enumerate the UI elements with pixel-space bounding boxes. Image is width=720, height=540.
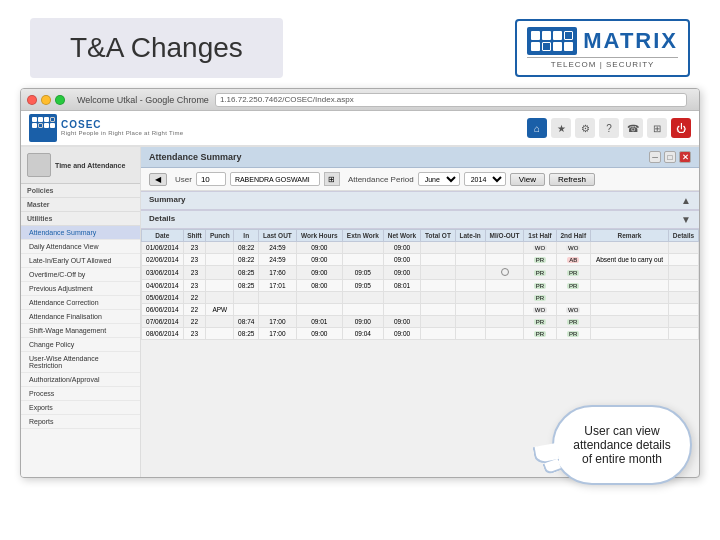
phone-icon[interactable]: ☎: [623, 118, 643, 138]
sidebar-item-attendance-summary[interactable]: Attendance Summary: [21, 226, 140, 240]
star-icon[interactable]: ★: [551, 118, 571, 138]
sidebar-item-exports[interactable]: Exports: [21, 401, 140, 415]
app-topbar: COSEC Right People in Right Place at Rig…: [21, 111, 699, 147]
title-box: T&A Changes: [30, 18, 283, 78]
panel-title: Attendance Summary: [149, 152, 242, 162]
minimize-panel-btn[interactable]: ─: [649, 151, 661, 163]
table-row[interactable]: 01/06/20142308:2224:5909:0009:00WOWO: [142, 242, 699, 254]
summary-section-header[interactable]: Summary ▲: [141, 191, 699, 210]
table-row[interactable]: 06/06/201422APWWOWO: [142, 304, 699, 316]
panel-header-buttons: ─ □ ✕: [649, 151, 691, 163]
page-title: T&A Changes: [70, 32, 243, 64]
browser-url-bar[interactable]: 1.16.72.250.7462/COSEC/Index.aspx: [215, 93, 687, 107]
col-punch: Punch: [206, 230, 234, 242]
callout-text: User can view attendance details of enti…: [568, 424, 676, 466]
year-select[interactable]: 2014: [464, 172, 506, 186]
col-totalot: Total OT: [421, 230, 456, 242]
sidebar-section-utilities: Utilities: [21, 212, 140, 226]
sidebar-item-prev-adjustment[interactable]: Previous Adjustment: [21, 282, 140, 296]
sidebar-user-text: Time and Attendance: [55, 162, 125, 169]
app-nav-icons: ⌂ ★ ⚙ ? ☎ ⊞ ⏻: [527, 118, 691, 138]
col-workhours: Work Hours: [296, 230, 342, 242]
user-name-input[interactable]: [230, 172, 320, 186]
sidebar-item-change-policy[interactable]: Change Policy: [21, 338, 140, 352]
browser-close-btn[interactable]: [27, 95, 37, 105]
browser-titlebar: Welcome Utkal - Google Chrome 1.16.72.25…: [21, 89, 699, 111]
sidebar-item-reports[interactable]: Reports: [21, 415, 140, 429]
table-row[interactable]: 02/06/20142308:2224:5909:0009:00PRABAbse…: [142, 254, 699, 266]
app-logo-icon: [29, 114, 57, 142]
sidebar-item-overtime[interactable]: Overtime/C-Off by: [21, 268, 140, 282]
details-toggle-icon[interactable]: ▼: [681, 214, 691, 225]
details-section-header[interactable]: Details ▼: [141, 210, 699, 229]
sidebar-item-process[interactable]: Process: [21, 387, 140, 401]
sidebar-item-auth-approval[interactable]: Authorization/Approval: [21, 373, 140, 387]
maximize-panel-btn[interactable]: □: [664, 151, 676, 163]
sidebar-section-policies: Policies: [21, 184, 140, 198]
table-row[interactable]: 03/06/20142308:2517:6009:0009:0509:00PRP…: [142, 266, 699, 280]
gear-icon[interactable]: ⚙: [575, 118, 595, 138]
sidebar-item-shift-wage[interactable]: Shift-Wage Management: [21, 324, 140, 338]
attendance-table: Date Shift Punch In Last OUT Work Hours …: [141, 229, 699, 340]
grid-icon[interactable]: ⊞: [647, 118, 667, 138]
col-latein: Late-In: [455, 230, 485, 242]
user-avatar: [27, 153, 51, 177]
browser-minimize-btn[interactable]: [41, 95, 51, 105]
browser-tab-title: Welcome Utkal - Google Chrome: [77, 95, 209, 105]
table-row[interactable]: 04/06/20142308:2517:0108:0009:0508:01PRP…: [142, 280, 699, 292]
sidebar-section-master: Master: [21, 198, 140, 212]
close-panel-btn[interactable]: ✕: [679, 151, 691, 163]
view-button[interactable]: View: [510, 173, 545, 186]
col-details: Details: [669, 230, 699, 242]
refresh-button[interactable]: Refresh: [549, 173, 595, 186]
user-search-icon[interactable]: ⊞: [324, 172, 340, 186]
month-select[interactable]: June: [418, 172, 460, 186]
app-logo-text: COSEC Right People in Right Place at Rig…: [61, 120, 183, 136]
summary-toggle-icon[interactable]: ▲: [681, 195, 691, 206]
callout-bubble: User can view attendance details of enti…: [552, 405, 692, 485]
home-icon[interactable]: ⌂: [527, 118, 547, 138]
col-lastout: Last OUT: [258, 230, 296, 242]
col-network: Net Work: [383, 230, 420, 242]
page-header: T&A Changes MATRIX TELECOM | SECURITY: [0, 0, 720, 88]
col-extnwork: Extn Work: [342, 230, 383, 242]
sidebar-item-user-restriction[interactable]: User-Wise Attendance Restriction: [21, 352, 140, 373]
col-in: In: [234, 230, 259, 242]
user-id-input[interactable]: [196, 172, 226, 186]
question-icon[interactable]: ?: [599, 118, 619, 138]
table-row[interactable]: 05/06/201422PR: [142, 292, 699, 304]
col-date: Date: [142, 230, 184, 242]
panel-header: Attendance Summary ─ □ ✕: [141, 147, 699, 168]
attendance-period-label: Attendance Period: [348, 175, 414, 184]
col-miout: MI/O-OUT: [485, 230, 524, 242]
power-icon[interactable]: ⏻: [671, 118, 691, 138]
back-button[interactable]: ◀: [149, 173, 167, 186]
col-shift: Shift: [183, 230, 206, 242]
logo-tagline: TELECOM | SECURITY: [527, 57, 678, 69]
col-remark: Remark: [590, 230, 668, 242]
table-row[interactable]: 08/06/20142308:2517:0009:0009:0409:00PRP…: [142, 328, 699, 340]
panel-toolbar: ◀ User ⊞ Attendance Period June 2014 Vie…: [141, 168, 699, 191]
user-label: User: [175, 175, 192, 184]
sidebar: Time and Attendance Policies Master Util…: [21, 147, 141, 478]
logo-name: MATRIX: [583, 28, 678, 54]
sidebar-item-attendance-finalisation[interactable]: Attendance Finalisation: [21, 310, 140, 324]
col-1sthalf: 1st Half: [524, 230, 556, 242]
sidebar-user-section: Time and Attendance: [21, 147, 140, 184]
sidebar-item-daily-attendance[interactable]: Daily Attendance View: [21, 240, 140, 254]
app-logo: COSEC Right People in Right Place at Rig…: [29, 114, 183, 142]
browser-maximize-btn[interactable]: [55, 95, 65, 105]
company-logo: MATRIX TELECOM | SECURITY: [515, 19, 690, 77]
sidebar-item-attendance-correction[interactable]: Attendance Correction: [21, 296, 140, 310]
logo-grid-icon: [527, 27, 577, 55]
col-2ndhalf: 2nd Half: [556, 230, 590, 242]
sidebar-item-late-early[interactable]: Late-In/Early OUT Allowed: [21, 254, 140, 268]
table-row[interactable]: 07/06/20142208:7417:0009:0109:0009:00PRP…: [142, 316, 699, 328]
